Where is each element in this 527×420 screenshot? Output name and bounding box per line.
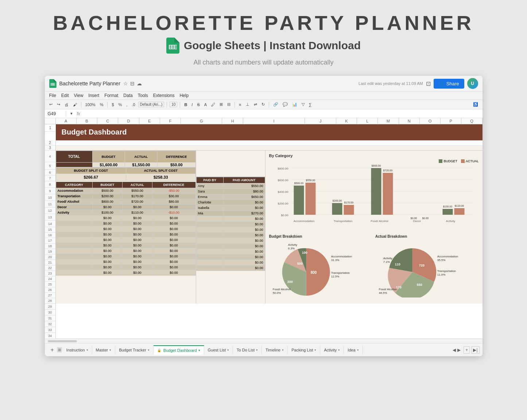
bar-chart-legend: BUDGET ACTUAL xyxy=(269,159,479,163)
tab-budget-dashboard-arrow[interactable]: ▾ xyxy=(198,349,200,352)
cat-row-6: $0.00$0.00$0.00 xyxy=(56,221,195,226)
cat-row-2: Food/ Alcohol $800.00 $720.00 $80.00 xyxy=(56,199,195,205)
paid-row-0: Amy $550.00 xyxy=(196,183,265,189)
tab-activity[interactable]: Activity ▾ xyxy=(320,346,344,354)
rownum-20: 20 xyxy=(45,254,55,260)
paint-icon[interactable]: 🖌 xyxy=(71,102,78,108)
row-nums-bottom: 29 30 31 32 33 34 xyxy=(45,304,56,339)
cell-reference[interactable]: G49 xyxy=(48,111,66,116)
link-icon[interactable]: 🔗 xyxy=(272,101,280,108)
tab-todo-list[interactable]: To Do List ▾ xyxy=(233,346,262,354)
svg-rect-10 xyxy=(52,83,52,86)
rownum-1: 1 xyxy=(45,124,56,132)
merge-icon[interactable]: ⊟ xyxy=(226,101,232,108)
rownum-2: 2 xyxy=(45,140,56,145)
tab-prev-button[interactable]: ◀ xyxy=(453,347,456,353)
tab-budget-tracker-arrow[interactable]: ▾ xyxy=(148,348,150,352)
menu-help[interactable]: Help xyxy=(179,92,189,99)
tab-budget-dashboard[interactable]: 🔒 Budget Dashboard ▾ xyxy=(154,345,204,355)
paid-row-8: $0.00 xyxy=(196,227,265,233)
highlight-icon[interactable]: 🖊 xyxy=(210,102,217,108)
chart-icon[interactable]: 📊 xyxy=(291,101,299,108)
svg-text:12.5%: 12.5% xyxy=(331,275,339,278)
percent-icon[interactable]: % xyxy=(117,102,124,108)
rownum-10: 10 xyxy=(45,194,55,201)
tab-instruction-label: Instruction xyxy=(66,348,85,352)
col-o: O xyxy=(420,118,441,124)
actual-total: $1,550.00 xyxy=(125,163,157,167)
menu-format[interactable]: Format xyxy=(104,92,118,99)
tab-master-arrow[interactable]: ▾ xyxy=(109,348,111,352)
scrollbar-thumb[interactable] xyxy=(48,340,77,342)
rownum-13: 13 xyxy=(45,214,55,221)
last-edit-text: Last edit was yesterday at 11:09 AM xyxy=(359,81,423,86)
tab-todo-arrow[interactable]: ▾ xyxy=(256,348,258,352)
tab-master[interactable]: Master ▾ xyxy=(92,346,116,354)
share-button[interactable]: 👤 Share xyxy=(434,79,464,89)
tab-guest-list[interactable]: Guest List ▾ xyxy=(204,346,233,354)
align-icon[interactable]: ≡ xyxy=(237,102,243,108)
sheet-grid-icon[interactable]: ⊞ xyxy=(57,347,62,353)
font-color-icon[interactable]: A xyxy=(203,102,208,108)
paid-row-4: Isabella $0.00 xyxy=(196,205,265,211)
add-sheet-button[interactable]: + xyxy=(48,345,57,355)
function-icon[interactable]: ∑ xyxy=(307,102,313,108)
menu-extensions[interactable]: Extensions xyxy=(153,92,175,99)
paid-row-1: Sara $80.00 xyxy=(196,189,265,194)
slideshow-icon[interactable]: ⊡ xyxy=(426,80,431,87)
tab-idea-arrow[interactable]: ▾ xyxy=(357,348,359,352)
tab-timeline[interactable]: Timeline ▾ xyxy=(262,346,288,354)
tab-instruction-arrow[interactable]: ▾ xyxy=(86,348,88,352)
menu-insert[interactable]: Insert xyxy=(88,92,99,99)
italic-icon[interactable]: I xyxy=(190,102,194,108)
tab-activity-arrow[interactable]: ▾ xyxy=(338,348,340,352)
rotate-icon[interactable]: ↻ xyxy=(260,101,266,108)
svg-text:6.3%: 6.3% xyxy=(288,247,294,250)
tab-timeline-arrow[interactable]: ▾ xyxy=(282,348,284,352)
borders-icon[interactable]: ⊞ xyxy=(218,101,224,108)
cloud-icon[interactable]: ☁ xyxy=(137,81,142,86)
accessibility-icon[interactable]: ♿ xyxy=(472,101,480,108)
cat-name-3: Decor xyxy=(56,205,92,210)
redo-icon[interactable]: ↪ xyxy=(55,101,62,108)
menu-data[interactable]: Data xyxy=(123,92,132,99)
undo-icon[interactable]: ↩ xyxy=(48,101,54,108)
strikethrough-icon[interactable]: S xyxy=(195,102,201,108)
format-number[interactable]: Default (Ari...) xyxy=(138,102,164,107)
currency-icon[interactable]: $ xyxy=(110,102,115,108)
font-size[interactable]: 10 xyxy=(170,102,177,107)
tab-budget-tracker[interactable]: Budget Tracker ▾ xyxy=(115,346,154,354)
zoom-select[interactable]: 100% xyxy=(84,102,97,108)
add-sheet-right-button[interactable]: + xyxy=(464,346,470,354)
rownum-22: 22 xyxy=(45,265,55,271)
filter-icon[interactable]: ▽ xyxy=(300,101,306,108)
tab-next-button[interactable]: ▶ xyxy=(457,347,461,353)
valign-icon[interactable]: ⊥ xyxy=(244,101,251,108)
sheet-scrollbar[interactable] xyxy=(45,339,483,343)
print-icon[interactable]: 🖨 xyxy=(63,102,70,108)
tab-guest-list-arrow[interactable]: ▾ xyxy=(227,348,229,352)
bold-icon[interactable]: B xyxy=(183,102,189,108)
comment-icon[interactable]: 💬 xyxy=(281,101,289,108)
cat-row-0: Accommodation $500.00 $550.00 -$50.00 xyxy=(56,188,195,194)
menu-view[interactable]: View xyxy=(74,92,84,99)
tab-instruction[interactable]: Instruction ▾ xyxy=(63,346,92,354)
decimal-dec-icon[interactable]: .0 xyxy=(130,102,136,108)
menu-edit[interactable]: Edit xyxy=(61,92,69,99)
tab-packing-list[interactable]: Packing List ▾ xyxy=(288,346,320,354)
cat-budget-4: $100.00 xyxy=(92,210,123,215)
tab-packing-arrow[interactable]: ▾ xyxy=(314,348,316,352)
paid-row-6: $0.00 xyxy=(196,216,265,222)
formula-expand-icon[interactable]: ▾ xyxy=(69,110,74,117)
svg-text:$200.00: $200.00 xyxy=(278,202,288,205)
menu-tools[interactable]: Tools xyxy=(138,92,148,99)
svg-text:$0.00: $0.00 xyxy=(410,217,417,219)
split-header-row: BUDGET SPLIT COST ACTUAL SPLIT COST xyxy=(56,168,195,174)
folder-icon[interactable]: ⊟ xyxy=(130,81,135,86)
star-icon[interactable]: ☆ xyxy=(123,81,128,86)
menu-file[interactable]: File xyxy=(49,92,56,99)
sheets-options-button[interactable]: ▶| xyxy=(471,346,479,354)
comma-icon[interactable]: , xyxy=(125,102,129,108)
tab-idea[interactable]: Idea ▾ xyxy=(344,346,363,354)
wrap-icon[interactable]: ⇌ xyxy=(252,101,259,108)
